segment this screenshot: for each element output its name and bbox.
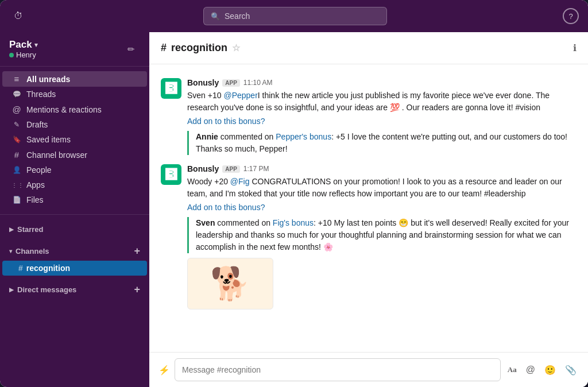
nav-back-forward: ⏱ <box>9 7 28 25</box>
threads-icon: 💬 <box>11 90 22 98</box>
sidebar-item-label: Drafts <box>26 120 48 129</box>
history-icon[interactable]: ⏱ <box>9 7 28 25</box>
message-image: 🐕 <box>187 258 273 309</box>
star-icon[interactable]: ☆ <box>232 42 240 53</box>
dog-image: 🐕 <box>210 265 250 303</box>
channel-name: recognition <box>26 264 70 273</box>
message-header: Bonusly APP 1:17 PM <box>187 164 577 173</box>
app-badge: APP <box>222 165 240 173</box>
channel-hash-icon: # <box>18 264 23 273</box>
message-content: Bonusly APP 1:17 PM Woody +20 @Fig CONGR… <box>187 164 577 309</box>
top-bar-actions: ? <box>563 8 579 24</box>
all-unreads-icon: ≡ <box>11 74 22 84</box>
at-mention-icon[interactable]: @ <box>524 362 537 377</box>
threaded-reply-1: Annie commented on Pepper's bonus: +5 I … <box>187 131 577 155</box>
nav-section: ≡ All unreads 💬 Threads @ Mentions & rea… <box>0 67 149 212</box>
message-input-area: ⚡ Aa @ 🙂 📎 <box>149 352 588 387</box>
message-input[interactable] <box>175 358 501 381</box>
mentions-icon: @ <box>11 105 22 114</box>
workspace-header: Pack ▾ Henry ✏ <box>0 32 149 67</box>
add-dm-button[interactable]: + <box>134 284 140 296</box>
channels-section-header[interactable]: ▾ Channels + <box>0 242 149 261</box>
channel-browser-icon: # <box>11 150 22 160</box>
sidebar-item-label: Channel browser <box>26 150 87 160</box>
sidebar: Pack ▾ Henry ✏ ≡ All unreads 💬 <box>0 32 149 387</box>
people-icon: 👤 <box>11 166 22 174</box>
reply-text-2: Sven commented on Fig's bonus: +10 My la… <box>196 217 577 253</box>
emoji-icon[interactable]: 🙂 <box>542 362 558 378</box>
app-window: ⏱ 🔍 Search ? Pack ▾ <box>0 0 588 387</box>
sidebar-item-label: Mentions & reactions <box>26 105 102 114</box>
sidebar-item-label: Files <box>26 195 44 204</box>
starred-toggle-icon: ▶ <box>9 226 14 233</box>
app-badge: APP <box>222 79 240 87</box>
workspace-chevron-icon: ▾ <box>34 41 38 49</box>
help-button[interactable]: ? <box>563 8 579 24</box>
sidebar-item-label: Apps <box>26 180 45 189</box>
message-content: Bonusly APP 11:10 AM Sven +10 @PepperI t… <box>187 78 577 155</box>
compose-button[interactable]: ✏ <box>122 40 140 59</box>
sidebar-item-label: All unreads <box>26 75 70 84</box>
search-bar[interactable]: 🔍 Search <box>203 7 387 25</box>
user-status: Henry <box>9 51 38 59</box>
sidebar-item-channel-browser[interactable]: # Channel browser <box>2 147 147 162</box>
sidebar-item-files[interactable]: 📄 Files <box>2 192 147 207</box>
mention-pepper: @Pepper <box>223 91 257 100</box>
add-on-link-2[interactable]: Add on to this bonus? <box>187 203 265 212</box>
workspace-name[interactable]: Pack ▾ <box>9 39 38 51</box>
help-label: ? <box>568 12 572 21</box>
sidebar-item-label: Threads <box>26 90 56 99</box>
figs-bonus-link[interactable]: Fig's bonus <box>273 218 314 227</box>
info-icon[interactable]: ℹ <box>573 42 577 53</box>
channel-item-recognition[interactable]: # recognition <box>2 261 147 276</box>
message-time: 11:10 AM <box>243 79 273 87</box>
text-format-icon[interactable]: Aa <box>505 363 519 377</box>
message-time: 1:17 PM <box>243 165 269 173</box>
content-area: # recognition ☆ ℹ 🅱 Bonusly <box>149 32 588 387</box>
threaded-reply-2: Sven commented on Fig's bonus: +10 My la… <box>187 217 577 253</box>
apps-icon: ⋮⋮ <box>11 182 22 188</box>
message-text: Woody +20 @Fig CONGRATULATIONS on your p… <box>187 176 577 200</box>
add-on-link-1[interactable]: Add on to this bonus? <box>187 117 265 126</box>
search-icon: 🔍 <box>211 12 220 21</box>
files-icon: 📄 <box>11 196 22 204</box>
sidebar-item-threads[interactable]: 💬 Threads <box>2 87 147 102</box>
avatar: 🅱 <box>161 78 181 99</box>
sidebar-item-label: People <box>26 165 52 175</box>
table-row: 🅱 Bonusly APP 11:10 AM Sven +10 @PepperI… <box>149 73 588 160</box>
sidebar-item-people[interactable]: 👤 People <box>2 162 147 177</box>
main-area: Pack ▾ Henry ✏ ≡ All unreads 💬 <box>0 32 588 387</box>
channel-name-heading: recognition <box>171 42 227 54</box>
user-name: Henry <box>16 51 36 59</box>
direct-messages-section-header[interactable]: ▶ Direct messages + <box>0 280 149 299</box>
table-row: 🅱 Bonusly APP 1:17 PM Woody +20 @Fig CON… <box>149 160 588 314</box>
reply-text-1: Annie commented on Pepper's bonus: +5 I … <box>196 131 577 155</box>
message-text: Sven +10 @PepperI think the new article … <box>187 90 577 114</box>
avatar: 🅱 <box>161 164 181 185</box>
sender-name: Bonusly <box>187 78 219 87</box>
attachment-icon[interactable]: 📎 <box>563 362 579 378</box>
add-channel-button[interactable]: + <box>134 245 140 257</box>
lightning-icon[interactable]: ⚡ <box>158 365 170 376</box>
drafts-icon: ✎ <box>11 121 22 129</box>
dm-toggle-icon: ▶ <box>9 287 14 293</box>
sidebar-item-label: Saved items <box>26 135 71 144</box>
sidebar-item-apps[interactable]: ⋮⋮ Apps <box>2 177 147 192</box>
dm-label: Direct messages <box>17 285 76 294</box>
channel-hash-large-icon: # <box>161 42 167 54</box>
sidebar-item-drafts[interactable]: ✎ Drafts <box>2 117 147 132</box>
sidebar-item-mentions[interactable]: @ Mentions & reactions <box>2 102 147 117</box>
sender-name: Bonusly <box>187 164 219 173</box>
search-container: 🔍 Search <box>28 7 563 25</box>
messages-area: 🅱 Bonusly APP 11:10 AM Sven +10 @PepperI… <box>149 64 588 352</box>
sidebar-item-all-unreads[interactable]: ≡ All unreads <box>2 71 147 87</box>
channels-toggle-icon: ▾ <box>9 248 12 254</box>
divider <box>0 214 149 215</box>
peppers-bonus-link[interactable]: Pepper's bonus <box>276 132 331 141</box>
message-header: Bonusly APP 11:10 AM <box>187 78 577 87</box>
channel-title: # recognition ☆ <box>161 42 240 54</box>
starred-section-header[interactable]: ▶ Starred <box>0 222 149 237</box>
sidebar-item-saved[interactable]: 🔖 Saved items <box>2 132 147 147</box>
saved-icon: 🔖 <box>11 136 22 144</box>
top-bar: ⏱ 🔍 Search ? <box>0 0 588 32</box>
